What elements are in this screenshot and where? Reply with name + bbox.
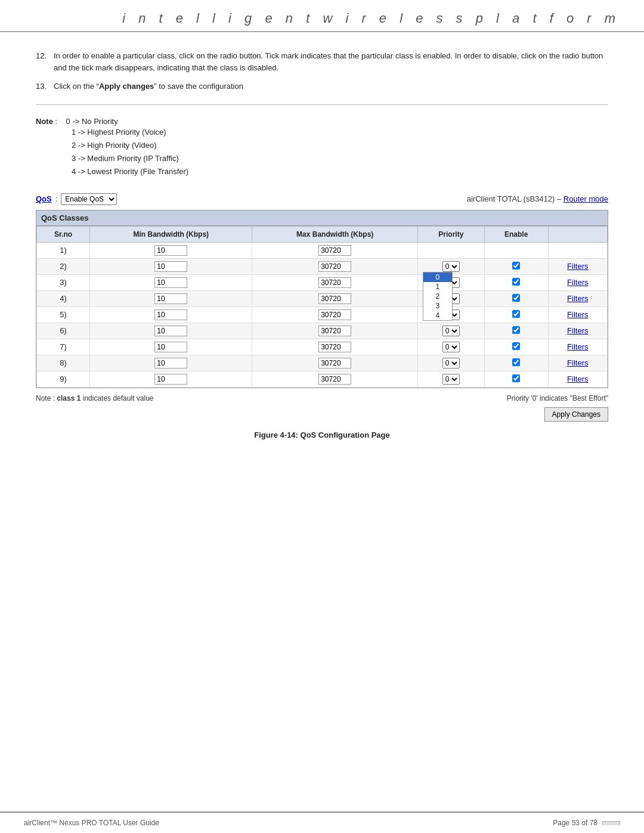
row9-filters: Filters	[548, 371, 607, 387]
row2-enable-checkbox[interactable]	[512, 262, 520, 270]
row7-filters-link[interactable]: Filters	[567, 342, 588, 351]
row9-filters-link[interactable]: Filters	[567, 374, 588, 383]
page-header: i n t e l l i g e n t w i r e l e s s p …	[0, 0, 644, 32]
router-mode-link[interactable]: Router mode	[564, 194, 608, 203]
row9-priority: 01234	[417, 371, 484, 387]
row7-max-input[interactable]	[318, 342, 351, 352]
table-row: 9) 01234 Filters	[37, 371, 608, 387]
instruction-num-13: 13.	[36, 80, 54, 92]
row3-enable-checkbox[interactable]	[512, 278, 520, 286]
row4-filters-link[interactable]: Filters	[567, 294, 588, 303]
row3-min-input[interactable]	[154, 277, 187, 288]
row9-priority-select[interactable]: 01234	[442, 374, 460, 385]
row8-max-input[interactable]	[318, 358, 351, 368]
note-section: Note : 0 -> No Priority 1 -> Highest Pri…	[36, 117, 608, 178]
row2-max	[252, 258, 417, 274]
qos-enable-select[interactable]: Enable QoS Disable QoS	[61, 193, 117, 205]
row8-srno: 8)	[37, 355, 90, 371]
row7-enable-checkbox[interactable]	[512, 342, 520, 350]
row8-enable-checkbox[interactable]	[512, 358, 520, 366]
row5-enable-checkbox[interactable]	[512, 310, 520, 318]
table-row: 4) 01234 Filters	[37, 290, 608, 306]
row6-priority: 01234	[417, 323, 484, 339]
row3-max-input[interactable]	[318, 277, 351, 288]
col-srno: Sr.no	[37, 226, 90, 242]
dropdown-option-4[interactable]: 4	[423, 311, 452, 320]
row6-max-input[interactable]	[318, 326, 351, 336]
row4-enable	[484, 290, 548, 306]
divider	[36, 104, 608, 105]
row7-priority: 01234	[417, 339, 484, 355]
priority-dropdown-list[interactable]: 0 1 2 3 4	[423, 272, 453, 321]
row9-enable	[484, 371, 548, 387]
priority-dropdown-container: 0 0 1 2 3 4	[423, 261, 479, 272]
row2-min	[90, 258, 252, 274]
row2-filters-link[interactable]: Filters	[567, 262, 588, 271]
row1-max-input[interactable]	[318, 245, 351, 256]
row8-filters-link[interactable]: Filters	[567, 358, 588, 367]
airclient-dash: –	[557, 194, 564, 203]
row8-priority-select[interactable]: 01234	[442, 358, 460, 368]
row6-enable-checkbox[interactable]	[512, 326, 520, 334]
row4-min	[90, 290, 252, 306]
row1-priority	[417, 242, 484, 258]
instructions-section: 12. In order to enable a particular clas…	[36, 50, 608, 92]
row1-min-input[interactable]	[154, 245, 187, 256]
row3-min	[90, 274, 252, 290]
note-line-4: 4 -> Lowest Priority (File Transfer)	[72, 165, 608, 178]
row2-priority-select[interactable]: 0	[442, 261, 460, 272]
row8-filters: Filters	[548, 355, 607, 371]
row9-enable-checkbox[interactable]	[512, 374, 520, 382]
footer-page: Page 53 of 78	[553, 819, 597, 827]
instruction-text-13: Click on the “Apply changes” to save the…	[54, 80, 608, 92]
qos-table-wrapper: QoS Classes Sr.no Min Bandwidth (Kbps) M…	[36, 210, 608, 388]
row4-min-input[interactable]	[154, 293, 187, 304]
row9-min	[90, 371, 252, 387]
qos-table: Sr.no Min Bandwidth (Kbps) Max Bandwidth…	[36, 226, 608, 388]
row7-max	[252, 339, 417, 355]
airclient-text: airClient TOTAL (sB3412)	[467, 194, 555, 203]
row4-max-input[interactable]	[318, 293, 351, 304]
qos-table-header-row: Sr.no Min Bandwidth (Kbps) Max Bandwidth…	[37, 226, 608, 242]
dropdown-option-1[interactable]: 1	[423, 282, 452, 292]
table-row: 3) 01234 Filters	[37, 274, 608, 290]
row6-filters-link[interactable]: Filters	[567, 326, 588, 335]
qos-label-row: QoS : Enable QoS Disable QoS	[36, 193, 117, 205]
row8-enable	[484, 355, 548, 371]
row5-filters-link[interactable]: Filters	[567, 310, 588, 319]
table-row: 7) 01234 Filters	[37, 339, 608, 355]
row3-enable	[484, 274, 548, 290]
row2-min-input[interactable]	[154, 261, 187, 272]
dropdown-option-2[interactable]: 2	[423, 292, 452, 301]
row6-min-input[interactable]	[154, 326, 187, 336]
row2-max-input[interactable]	[318, 261, 351, 272]
qos-link[interactable]: QoS	[36, 194, 52, 203]
row4-enable-checkbox[interactable]	[512, 294, 520, 302]
row7-priority-select[interactable]: 01234	[442, 342, 460, 352]
apply-changes-button[interactable]: Apply Changes	[544, 407, 608, 422]
footer-left: airClient™ Nexus PRO TOTAL User Guide	[24, 819, 159, 827]
row2-enable	[484, 258, 548, 274]
col-filters	[548, 226, 607, 242]
col-max-bw: Max Bandwidth (Kbps)	[252, 226, 417, 242]
row9-max	[252, 371, 417, 387]
row6-priority-select[interactable]: 01234	[442, 326, 460, 336]
footer-tab	[602, 821, 620, 825]
row5-max-input[interactable]	[318, 309, 351, 320]
row5-srno: 5)	[37, 306, 90, 323]
col-enable: Enable	[484, 226, 548, 242]
row6-enable	[484, 323, 548, 339]
row3-max	[252, 274, 417, 290]
dropdown-option-0[interactable]: 0	[423, 272, 452, 282]
col-priority: Priority	[417, 226, 484, 242]
row7-min-input[interactable]	[154, 342, 187, 352]
row8-min-input[interactable]	[154, 358, 187, 368]
table-row: 1)	[37, 242, 608, 258]
row5-min-input[interactable]	[154, 309, 187, 320]
figure-caption: Figure 4-14: QoS Configuration Page	[36, 431, 608, 439]
row9-max-input[interactable]	[318, 374, 351, 385]
dropdown-option-3[interactable]: 3	[423, 301, 452, 311]
row9-min-input[interactable]	[154, 374, 187, 385]
row3-filters-link[interactable]: Filters	[567, 278, 588, 287]
row6-min	[90, 323, 252, 339]
